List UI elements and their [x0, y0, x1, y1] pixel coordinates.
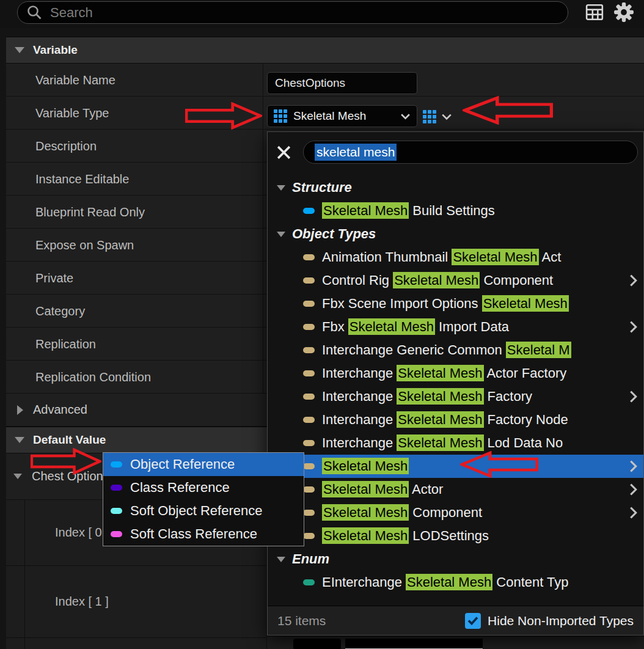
type-item-label: Skeletal Mesh Component: [322, 505, 482, 521]
advanced-label: Advanced: [33, 403, 87, 417]
type-item-label: Interchange Generic Common Skeletal M: [322, 342, 571, 358]
type-item-row[interactable]: Interchange Skeletal Mesh Lod Data No: [268, 431, 643, 455]
type-category-row[interactable]: Structure: [268, 176, 643, 199]
reference-menu-item[interactable]: Object Reference: [103, 453, 304, 476]
array-index-label: Index [ 0 ]: [55, 526, 109, 540]
type-item-label: Interchange Skeletal Mesh Actor Factory: [322, 365, 566, 381]
type-item-label: Interchange Skeletal Mesh Factory: [322, 389, 532, 405]
type-pill-icon: [303, 324, 315, 330]
property-label: Private: [35, 271, 73, 285]
chevron-down-icon: [400, 113, 411, 120]
settings-gear-icon[interactable]: [613, 2, 634, 23]
item-count: 15 items: [277, 614, 326, 628]
collapse-arrow-icon: [277, 232, 285, 237]
array-container-icon: [274, 109, 287, 123]
type-category-row[interactable]: Object Types: [268, 222, 643, 246]
search-icon: [26, 4, 43, 21]
chevron-right-icon: [629, 483, 637, 496]
type-pill-icon: [303, 533, 315, 539]
chevron-right-icon: [629, 391, 637, 403]
property-label: Replication Condition: [35, 370, 151, 384]
array-index-1-row: Index [ 1 ]: [6, 566, 267, 638]
blueprint-details-panel: Search: [0, 0, 644, 649]
type-item-row[interactable]: Fbx Skeletal Mesh Import Data: [268, 315, 643, 339]
variable-section-header[interactable]: Variable: [6, 37, 644, 64]
type-search-input[interactable]: skeletal mesh: [303, 141, 638, 164]
type-item-row[interactable]: Interchange Skeletal Mesh Actor Factory: [268, 362, 643, 385]
type-category-row[interactable]: Enum: [268, 548, 643, 571]
top-toolbar: Search: [0, 0, 644, 28]
partial-input-box: [345, 639, 483, 649]
type-category-label: Structure: [292, 180, 352, 196]
type-item-label: EInterchange Skeletal Mesh Content Typ: [322, 574, 569, 590]
checkbox-label: Hide Non-Imported Types: [488, 614, 634, 628]
reference-menu-label: Object Reference: [130, 457, 235, 472]
type-item-row[interactable]: Skeletal Mesh Build Settings: [268, 199, 643, 222]
type-category-label: Enum: [292, 551, 329, 567]
hide-non-imported-checkbox[interactable]: [465, 613, 481, 629]
type-pill-icon: [303, 277, 315, 284]
type-item-label: Interchange Skeletal Mesh Factory Node: [322, 412, 568, 428]
type-item-row[interactable]: Skeletal Mesh: [268, 455, 643, 478]
reference-menu-item[interactable]: Class Reference: [103, 476, 304, 499]
variable-name-input[interactable]: ChestOptions: [267, 72, 417, 94]
type-pill-icon: [303, 370, 315, 376]
type-item-row[interactable]: Fbx Scene Import Options Skeletal Mesh: [268, 292, 643, 315]
details-search-input[interactable]: Search: [17, 1, 568, 24]
property-label: Variable Type: [35, 106, 109, 120]
property-label: Description: [35, 139, 97, 153]
variable-name-value: ChestOptions: [275, 76, 345, 90]
type-item-label: Fbx Skeletal Mesh Import Data: [322, 319, 509, 335]
chevron-right-icon: [629, 507, 637, 519]
reference-menu-label: Soft Object Reference: [130, 503, 262, 519]
collapse-arrow-icon: [277, 557, 285, 562]
type-item-label: Fbx Scene Import Options Skeletal Mesh: [322, 296, 569, 312]
type-item-label: Skeletal Mesh Actor: [322, 482, 443, 497]
type-item-row[interactable]: Interchange Skeletal Mesh Factory: [268, 385, 643, 408]
type-pill-icon: [303, 440, 315, 446]
type-item-label: Animation Thumbnail Skeletal Mesh Act: [322, 249, 561, 265]
property-label: Replication: [35, 337, 96, 351]
collapse-arrow-icon: [15, 47, 24, 53]
reference-pill-icon: [111, 461, 122, 468]
type-item-row[interactable]: Animation Thumbnail Skeletal Mesh Act: [268, 246, 643, 269]
chevron-right-icon: [629, 321, 637, 334]
reference-pill-icon: [111, 485, 122, 491]
type-item-row[interactable]: Skeletal Mesh LODSettings: [268, 524, 643, 548]
type-pill-icon: [303, 463, 315, 469]
reference-pill-icon: [111, 531, 122, 537]
annotation-arrow-variable-type: [185, 102, 262, 130]
container-type-dropdown[interactable]: [423, 108, 452, 126]
reference-menu-item[interactable]: Soft Class Reference: [103, 522, 304, 546]
variable-section-title: Variable: [33, 43, 78, 57]
collapse-arrow-icon: [277, 185, 285, 191]
chevron-down-icon: [441, 113, 452, 120]
close-icon[interactable]: [276, 145, 291, 163]
type-item-row[interactable]: Interchange Generic Common Skeletal M: [268, 339, 643, 362]
partial-bottom-row: [267, 636, 644, 649]
array-index-label: Index [ 1 ]: [55, 595, 109, 609]
variable-type-dropdown[interactable]: Skeletal Mesh: [267, 105, 417, 127]
type-item-row[interactable]: Skeletal Mesh Actor: [268, 478, 643, 501]
chevron-right-icon: [629, 274, 637, 287]
annotation-arrow-object-reference: [31, 448, 101, 475]
search-placeholder: Search: [50, 5, 93, 21]
property-label: Variable Name: [35, 73, 115, 87]
type-item-row[interactable]: Control Rig Skeletal Mesh Component: [268, 269, 643, 292]
partial-input-box: [293, 639, 341, 649]
annotation-arrow-skeletal-mesh-row: [460, 451, 538, 478]
type-pill-icon: [303, 579, 315, 585]
reference-menu-item[interactable]: Soft Object Reference: [103, 499, 304, 522]
variable-type-picker-menu: skeletal mesh Structure Skeletal Mesh Bu…: [267, 131, 644, 636]
display-filter-icon[interactable]: [585, 4, 604, 21]
collapse-arrow-icon: [13, 474, 22, 479]
collapse-arrow-icon: [15, 437, 24, 443]
type-pill-icon: [303, 301, 315, 307]
type-pill-icon: [303, 417, 315, 423]
chevron-right-icon: [629, 460, 637, 473]
type-item-row[interactable]: Interchange Skeletal Mesh Factory Node: [268, 408, 643, 431]
annotation-arrow-container-dropdown: [463, 96, 553, 125]
type-item-row[interactable]: EInterchange Skeletal Mesh Content Typ: [268, 571, 643, 594]
default-value-section-title: Default Value: [33, 433, 106, 447]
type-item-row[interactable]: Skeletal Mesh Component: [268, 501, 643, 524]
